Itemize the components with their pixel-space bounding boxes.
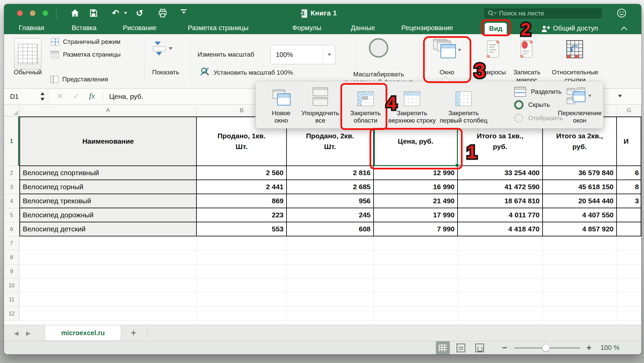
cell[interactable] bbox=[374, 265, 458, 279]
tab-page-layout[interactable]: Разметка страницы bbox=[188, 24, 248, 32]
cell[interactable] bbox=[19, 265, 197, 279]
cell[interactable]: 4 857 920 bbox=[543, 222, 617, 236]
row-header-4[interactable]: 4 bbox=[4, 194, 19, 208]
sheet-tab-active[interactable]: microexcel.ru bbox=[45, 325, 121, 341]
cell[interactable]: 3 bbox=[617, 194, 641, 208]
cell[interactable]: 36 579 840 bbox=[543, 166, 617, 180]
cell[interactable] bbox=[543, 250, 617, 265]
share-button[interactable]: Общий доступ bbox=[553, 24, 598, 32]
tab-review[interactable]: Рецензирование bbox=[401, 24, 453, 32]
cell[interactable]: Велосипед горный bbox=[19, 180, 197, 194]
cell[interactable] bbox=[19, 250, 197, 265]
cell[interactable] bbox=[197, 265, 287, 279]
row-header-9[interactable]: 9 bbox=[4, 265, 19, 279]
cell[interactable] bbox=[543, 293, 617, 307]
cell[interactable]: 16 990 bbox=[374, 180, 458, 194]
menu-item-freeze-panes[interactable]: Закрепить области bbox=[345, 86, 386, 124]
window-button[interactable] bbox=[432, 39, 461, 60]
tab-view[interactable]: Вид bbox=[485, 23, 507, 34]
page-layout-view-toggle[interactable] bbox=[457, 344, 465, 352]
menu-item-arrange-all[interactable]: Упорядочить все bbox=[300, 86, 340, 124]
undo-dropdown-icon[interactable] bbox=[124, 12, 127, 14]
cell[interactable] bbox=[374, 236, 458, 250]
cell[interactable] bbox=[197, 236, 287, 250]
cell[interactable] bbox=[197, 307, 287, 321]
next-sheet-icon[interactable]: ▶ bbox=[26, 330, 30, 337]
row-header-8[interactable]: 8 bbox=[4, 250, 19, 265]
zoom-combo[interactable]: 100% bbox=[270, 45, 335, 64]
row-header-12[interactable]: 12 bbox=[4, 307, 19, 321]
row-header-5[interactable]: 5 bbox=[4, 208, 19, 222]
minimize-button[interactable] bbox=[30, 10, 35, 16]
cell[interactable]: 33 254 400 bbox=[458, 166, 543, 180]
cell[interactable] bbox=[374, 279, 458, 293]
menu-item-freeze-top-row[interactable]: Закрепить верхнюю строку bbox=[385, 86, 439, 124]
cancel-icon[interactable]: ✕ bbox=[57, 92, 63, 101]
cell[interactable]: Велосипед дорожный bbox=[19, 208, 197, 222]
menu-item-freeze-first-column[interactable]: Закрепить первый столбец bbox=[437, 86, 490, 124]
cell[interactable]: Велосипед детский bbox=[19, 222, 197, 236]
cell-a1[interactable]: Наименование bbox=[19, 117, 197, 166]
prev-sheet-icon[interactable]: ◀ bbox=[14, 330, 18, 337]
row-header-1[interactable]: 1 bbox=[4, 117, 19, 166]
row-header-10[interactable]: 10 bbox=[4, 279, 19, 293]
custom-views-button[interactable]: Представления bbox=[50, 76, 108, 83]
cell[interactable]: 20 544 440 bbox=[543, 194, 617, 208]
cell[interactable] bbox=[287, 265, 374, 279]
cell[interactable] bbox=[197, 250, 287, 265]
tab-draw[interactable]: Рисование bbox=[123, 24, 157, 32]
cell[interactable]: 2 816 bbox=[287, 166, 374, 180]
cell[interactable] bbox=[617, 293, 641, 307]
close-button[interactable] bbox=[17, 10, 23, 16]
page-layout-button[interactable]: Разметка страницы bbox=[51, 51, 120, 58]
macros-icon[interactable] bbox=[485, 40, 501, 60]
menu-item-switch-windows[interactable]: Переключение окон bbox=[553, 86, 607, 124]
cell[interactable]: 4 011 770 bbox=[458, 208, 543, 222]
cell[interactable]: 2 560 bbox=[197, 166, 287, 180]
cell[interactable]: 45 618 150 bbox=[543, 180, 617, 194]
cell[interactable]: Велосипед спортивный bbox=[19, 166, 197, 180]
maximize-button[interactable] bbox=[43, 10, 48, 16]
cell[interactable]: 869 bbox=[197, 194, 287, 208]
cell[interactable] bbox=[287, 293, 374, 307]
tab-data[interactable]: Данные bbox=[351, 24, 375, 32]
zoom-to-selection-icon[interactable] bbox=[369, 38, 388, 58]
formula-bar-value[interactable]: Цена, руб. bbox=[109, 92, 143, 100]
cell[interactable]: 245 bbox=[287, 208, 374, 222]
cell[interactable] bbox=[617, 222, 641, 236]
row-header-7[interactable]: 7 bbox=[4, 236, 19, 250]
cell[interactable] bbox=[287, 279, 374, 293]
add-sheet-button[interactable]: + bbox=[131, 327, 137, 339]
redo-icon[interactable]: ↺ bbox=[136, 9, 143, 17]
cell[interactable] bbox=[458, 279, 543, 293]
cell[interactable] bbox=[458, 236, 543, 250]
zoom-out-button[interactable]: − bbox=[502, 343, 507, 353]
row-header-2[interactable]: 2 bbox=[4, 166, 19, 180]
cell[interactable] bbox=[374, 293, 458, 307]
cell[interactable] bbox=[197, 293, 287, 307]
cell[interactable] bbox=[543, 307, 617, 321]
select-all-corner[interactable] bbox=[4, 104, 19, 116]
cell[interactable]: 608 bbox=[287, 222, 374, 236]
collapse-ribbon-icon[interactable] bbox=[621, 26, 627, 32]
zoom-in-button[interactable]: + bbox=[586, 343, 591, 353]
enter-icon[interactable]: ✓ bbox=[73, 92, 79, 101]
menu-item-hide[interactable]: Скрыть bbox=[514, 100, 550, 110]
page-break-view-toggle[interactable] bbox=[475, 344, 484, 352]
cell[interactable] bbox=[617, 265, 641, 279]
cell[interactable] bbox=[287, 250, 374, 265]
cell[interactable]: 553 bbox=[197, 222, 287, 236]
cell[interactable] bbox=[19, 293, 197, 307]
cell[interactable]: Велосипед трековый bbox=[19, 194, 197, 208]
tab-insert[interactable]: Вставка bbox=[72, 24, 96, 32]
cell[interactable] bbox=[617, 307, 641, 321]
normal-view-toggle[interactable] bbox=[436, 341, 450, 354]
feedback-smiley-icon[interactable] bbox=[617, 8, 627, 18]
cell[interactable] bbox=[617, 208, 641, 222]
cell[interactable] bbox=[287, 236, 374, 250]
name-box[interactable]: D1 bbox=[4, 89, 48, 104]
print-icon[interactable] bbox=[158, 9, 167, 18]
cell[interactable] bbox=[19, 307, 197, 321]
menu-item-new-window[interactable]: Новое окно bbox=[261, 86, 301, 124]
row-header-6[interactable]: 6 bbox=[4, 222, 19, 236]
